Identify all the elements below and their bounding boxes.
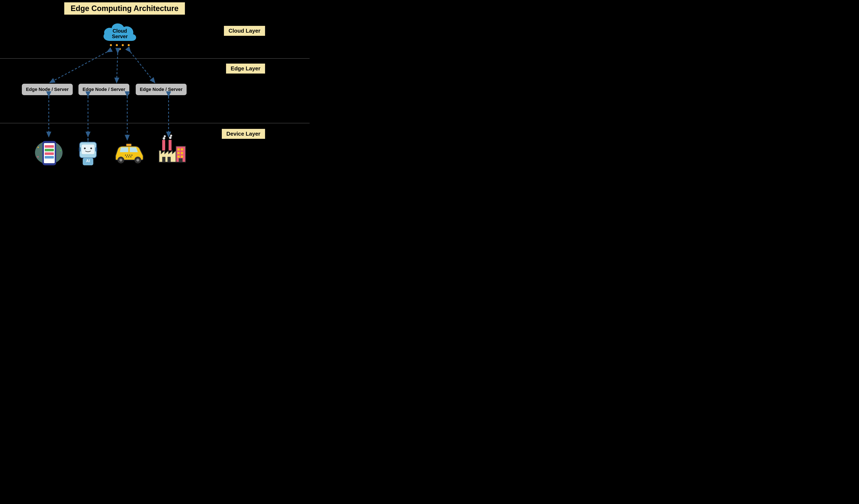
edge-node-3: Edge Node / Server [136,84,186,95]
svg-rect-43 [169,140,171,151]
svg-rect-47 [178,152,180,154]
svg-line-0 [50,52,107,83]
svg-rect-48 [181,152,183,154]
svg-point-15 [60,150,61,151]
smartphone-icon [33,138,65,167]
svg-point-31 [125,155,126,156]
svg-point-38 [163,137,165,140]
edge-node-1: Edge Node / Server [22,84,73,95]
svg-point-18 [84,148,86,149]
divider-edge-device [0,123,310,123]
svg-rect-49 [178,156,180,158]
divider-cloud-edge [0,58,310,59]
svg-point-41 [170,135,172,137]
cloud-server: Cloud Server [97,20,142,48]
svg-rect-26 [126,144,132,146]
svg-point-34 [132,155,133,156]
svg-text:AI: AI [86,159,90,163]
svg-rect-45 [178,148,180,151]
svg-rect-10 [45,145,54,148]
svg-rect-53 [179,158,183,162]
factory-icon [156,135,188,164]
svg-rect-21 [95,147,97,152]
svg-point-14 [37,147,39,148]
car-icon [110,140,148,170]
svg-point-33 [129,155,131,156]
cloud-data-dots [107,44,133,50]
svg-point-32 [127,155,128,156]
svg-rect-13 [45,156,54,158]
cloud-icon: Cloud Server [100,20,140,48]
svg-rect-17 [81,144,94,154]
svg-point-23 [87,138,89,140]
svg-rect-46 [181,148,183,151]
svg-point-37 [131,156,132,157]
cloud-label-1: Cloud [112,28,127,34]
svg-rect-12 [45,152,54,155]
svg-line-2 [131,52,155,83]
svg-point-39 [164,135,166,137]
svg-rect-20 [79,147,80,152]
diagram-title: Edge Computing Architecture [64,2,185,15]
ai-robot-icon: AI [72,138,104,167]
svg-line-1 [117,53,118,83]
svg-point-40 [169,137,171,139]
svg-point-36 [128,156,129,157]
layer-label-edge: Edge Layer [226,64,265,74]
cloud-label-2: Server [112,33,128,39]
edge-node-2: Edge Node / Server [78,84,129,95]
layer-label-cloud: Cloud Layer [224,26,265,36]
svg-rect-11 [45,149,54,151]
svg-point-30 [136,158,139,162]
svg-point-28 [119,158,122,162]
svg-rect-42 [162,140,165,151]
svg-rect-50 [181,156,183,158]
svg-rect-51 [162,157,165,162]
svg-point-19 [90,148,92,149]
svg-rect-52 [167,157,171,162]
svg-point-35 [126,156,127,157]
layer-label-device: Device Layer [222,129,265,139]
